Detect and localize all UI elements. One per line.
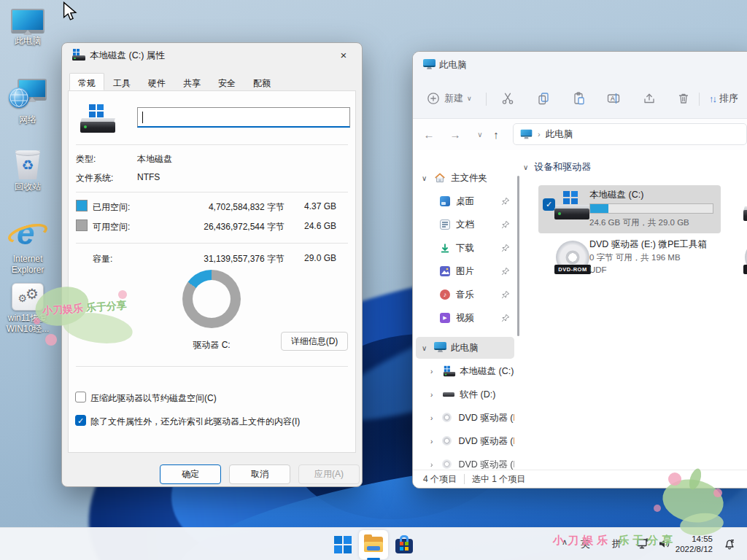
sidebar-item-videos[interactable]: ▶ 视频: [416, 307, 514, 329]
sidebar-item-drive-c[interactable]: › 本地磁盘 (C:): [416, 360, 514, 382]
sidebar-item-dvd-f[interactable]: › DVD 驱动器 (F:): [416, 430, 514, 452]
close-icon[interactable]: ×: [333, 47, 355, 64]
forward-icon[interactable]: →: [445, 125, 465, 145]
back-icon[interactable]: ←: [419, 125, 439, 145]
sidebar-item-label: DVD 驱动器 (F:): [458, 459, 514, 470]
notification-bell-icon[interactable]: [722, 537, 737, 553]
sidebar-item-drive-d[interactable]: › 软件 (D:): [416, 384, 514, 405]
ime-english-indicator[interactable]: 英: [581, 537, 590, 551]
details-button[interactable]: 详细信息(D): [281, 332, 348, 351]
desktop-icon-win11-restore[interactable]: ⚙⚙ win11恢复 WIN10经...: [0, 283, 55, 335]
drive-c-tile[interactable]: ✓ 本地磁盘 (C:) 24.6 GB 可用，共 29.0 GB: [538, 185, 721, 233]
desktop-icon-label: 回收站: [0, 182, 55, 192]
volume-label-field[interactable]: [137, 107, 350, 128]
index-content-checkbox-label[interactable]: 除了文件属性外，还允许索引此驱动器上文件的内容(I): [90, 416, 300, 428]
chevron-down-icon[interactable]: ∨: [422, 174, 429, 182]
drive-usage-bar: [589, 203, 713, 214]
taskbar-file-explorer[interactable]: [359, 530, 388, 559]
start-button[interactable]: [328, 530, 357, 559]
sidebar-item-music[interactable]: ♪ 音乐: [416, 284, 514, 306]
breadcrumb[interactable]: › 此电脑: [513, 123, 747, 145]
download-icon: [439, 242, 451, 254]
devices-section-header[interactable]: ∨ 设备和驱动器: [523, 160, 591, 174]
cut-icon: [500, 91, 515, 106]
rename-button[interactable]: A: [603, 87, 624, 110]
devices-section-label: 设备和驱动器: [534, 160, 591, 174]
copy-button[interactable]: [533, 87, 554, 110]
breadcrumb-this-pc[interactable]: 此电脑: [546, 128, 573, 141]
new-button[interactable]: 新建 ∨: [423, 87, 475, 110]
status-item-count: 4 个项目: [423, 473, 457, 486]
sidebar-item-documents[interactable]: 文档: [416, 214, 514, 236]
chevron-right-icon[interactable]: ›: [430, 414, 436, 422]
this-pc-icon: [434, 342, 446, 354]
desktop-icon-internet-explorer[interactable]: e Internet Explorer: [0, 214, 55, 276]
paste-button[interactable]: [569, 87, 589, 110]
desktop-icon-recycle-bin[interactable]: ♻ 回收站: [0, 149, 55, 192]
gears-icon: ⚙⚙: [12, 283, 44, 311]
sidebar-item-dvd-e[interactable]: › DVD 驱动器 (E:): [416, 407, 514, 429]
tab-general[interactable]: 常规: [69, 73, 104, 90]
volume-label-input[interactable]: [138, 108, 349, 126]
network-icon[interactable]: [636, 537, 650, 553]
recycle-icon: ♻: [13, 157, 42, 174]
chevron-down-icon[interactable]: ∨: [523, 163, 528, 171]
apply-button[interactable]: 应用(A): [298, 464, 360, 484]
free-space-label: 可用空间:: [93, 221, 130, 233]
drive-filesystem: UDF: [589, 265, 607, 274]
sidebar-item-downloads[interactable]: 下载: [416, 237, 514, 259]
tab-tools[interactable]: 工具: [104, 74, 139, 91]
type-value: 本地磁盘: [137, 153, 172, 166]
cancel-button[interactable]: 取消: [229, 464, 290, 484]
explorer-tab-title[interactable]: 此电脑: [439, 59, 467, 71]
sidebar-item-desktop[interactable]: 桌面: [416, 190, 514, 212]
sidebar-item-label: 本地磁盘 (C:): [460, 365, 514, 378]
chevron-down-icon[interactable]: ∨: [422, 344, 429, 352]
music-icon: ♪: [439, 289, 451, 300]
capacity-gb: 29.0 GB: [304, 253, 336, 263]
delete-button[interactable]: [673, 87, 694, 110]
selected-checkbox[interactable]: ✓: [543, 198, 555, 211]
chevron-right-icon[interactable]: ›: [430, 461, 436, 469]
dialog-titlebar[interactable]: 本地磁盘 (C:) 属性 ×: [62, 43, 362, 66]
tab-hardware[interactable]: 硬件: [139, 74, 174, 91]
tray-chevron-icon[interactable]: ∧: [562, 537, 568, 547]
sidebar-scrollbar[interactable]: [517, 176, 519, 336]
share-button[interactable]: [639, 87, 659, 110]
dvd-e-tile[interactable]: DVD-ROM DVD 驱动器 (E:) 微PE工具箱 0 字节 可用，共 19…: [538, 235, 721, 283]
tab-quota[interactable]: 配额: [244, 74, 279, 91]
drive-usage-bar-fill: [590, 204, 608, 213]
up-icon[interactable]: ↑: [486, 125, 506, 145]
capacity-label: 容量:: [93, 253, 112, 265]
cut-button[interactable]: [498, 87, 518, 110]
pin-icon: [501, 267, 510, 276]
sort-button[interactable]: ↑↓ 排序: [706, 87, 741, 110]
tab-security[interactable]: 安全: [209, 74, 244, 91]
used-gb: 4.37 GB: [304, 201, 336, 211]
ime-pinyin-indicator[interactable]: 拼: [612, 537, 622, 551]
drive-icon: [72, 49, 85, 61]
drive-name: 本地磁盘 (C:): [589, 189, 643, 201]
sidebar-item-pictures[interactable]: 图片: [416, 260, 514, 282]
drive-info: 0 字节 可用，共 196 MB: [589, 252, 681, 263]
pin-icon: [501, 220, 510, 229]
chevron-right-icon[interactable]: ›: [430, 391, 438, 399]
index-content-checkbox[interactable]: ✓: [75, 415, 86, 426]
tab-sharing[interactable]: 共享: [174, 74, 209, 91]
compress-checkbox-label[interactable]: 压缩此驱动器以节约磁盘空间(C): [90, 392, 217, 405]
sidebar-item-this-pc[interactable]: ∨ 此电脑: [416, 337, 514, 359]
desktop-icon-this-pc[interactable]: 此电脑: [0, 9, 55, 47]
taskbar-microsoft-store[interactable]: [390, 530, 419, 559]
compress-checkbox[interactable]: [75, 392, 86, 402]
desktop-icon-network[interactable]: 网络: [0, 79, 55, 125]
ok-button[interactable]: 确定: [160, 464, 221, 484]
sidebar-item-label: 下载: [456, 242, 474, 254]
taskbar-clock[interactable]: 14:55 2022/8/12: [667, 534, 713, 554]
chevron-right-icon[interactable]: ›: [430, 438, 436, 446]
sidebar-item-dvd-2[interactable]: › DVD 驱动器 (F:): [416, 454, 514, 470]
document-icon: [439, 219, 451, 230]
pin-icon: [501, 314, 510, 322]
chevron-right-icon[interactable]: ›: [430, 368, 438, 376]
pictures-icon: [439, 265, 451, 277]
sidebar-item-home[interactable]: ∨ 主文件夹: [416, 167, 514, 189]
